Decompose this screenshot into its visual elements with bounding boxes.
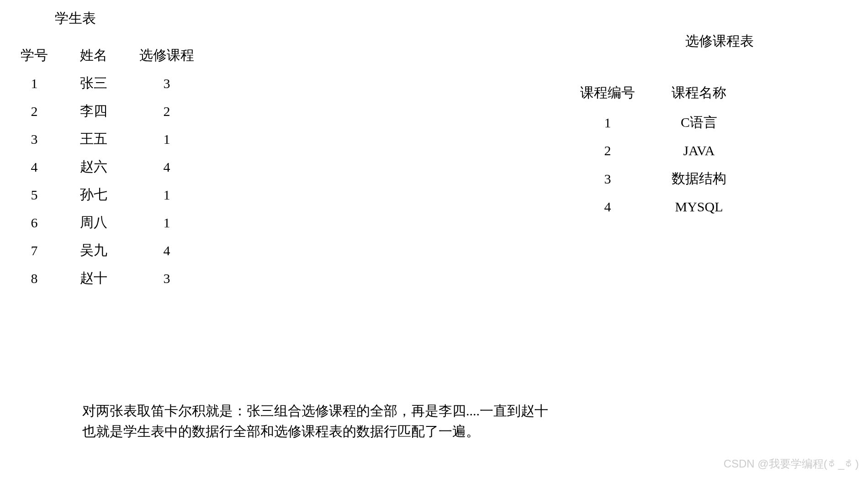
course-table-body: 1 C语言 2 JAVA 3 数据结构 4 MYSQL	[562, 108, 745, 220]
student-name-cell: 王五	[64, 125, 123, 153]
explanation-text: 对两张表取笛卡尔积就是：张三组合选修课程的全部，再是李四....一直到赵十 也就…	[82, 400, 548, 441]
student-course-cell: 3	[123, 264, 210, 292]
student-course-cell: 4	[123, 153, 210, 181]
header-course-name: 课程名称	[653, 78, 745, 108]
course-name-cell: JAVA	[653, 137, 745, 164]
student-id-cell: 7	[5, 236, 64, 264]
table-row: 3 数据结构	[562, 164, 745, 194]
header-student-id: 学号	[5, 42, 64, 69]
student-course-cell: 1	[123, 209, 210, 236]
student-name-cell: 孙七	[64, 181, 123, 209]
student-id-cell: 3	[5, 125, 64, 153]
table-header-row: 课程编号 课程名称	[562, 78, 745, 108]
table-header-row: 学号 姓名 选修课程	[5, 42, 210, 69]
student-course-cell: 1	[123, 125, 210, 153]
table-row: 2 JAVA	[562, 137, 745, 164]
course-name-cell: MYSQL	[653, 194, 745, 220]
student-table: 学号 姓名 选修课程 1 张三 3 2 李四 2 3 王五	[5, 42, 210, 292]
student-table-body: 1 张三 3 2 李四 2 3 王五 1 4 赵六 4	[5, 69, 210, 292]
student-id-cell: 6	[5, 209, 64, 236]
table-row: 2 李四 2	[5, 97, 210, 125]
table-row: 4 MYSQL	[562, 194, 745, 220]
student-name-cell: 赵十	[64, 264, 123, 292]
course-table-title: 选修课程表	[480, 32, 868, 51]
student-id-cell: 1	[5, 69, 64, 97]
table-row: 7 吴九 4	[5, 236, 210, 264]
student-name-cell: 吴九	[64, 236, 123, 264]
student-id-cell: 2	[5, 97, 64, 125]
student-table-title: 学生表	[5, 9, 434, 28]
course-id-cell: 4	[562, 194, 653, 220]
course-table-section: 选修课程表 课程编号 课程名称 1 C语言 2 JAVA 3	[434, 9, 868, 292]
course-name-cell: 数据结构	[653, 164, 745, 194]
student-name-cell: 赵六	[64, 153, 123, 181]
header-course-id: 课程编号	[562, 78, 653, 108]
student-table-section: 学生表 学号 姓名 选修课程 1 张三 3 2 李四 2	[0, 9, 434, 292]
student-name-cell: 李四	[64, 97, 123, 125]
table-row: 4 赵六 4	[5, 153, 210, 181]
header-student-name: 姓名	[64, 42, 123, 69]
student-name-cell: 张三	[64, 69, 123, 97]
table-row: 6 周八 1	[5, 209, 210, 236]
student-course-cell: 4	[123, 236, 210, 264]
explanation-line-1: 对两张表取笛卡尔积就是：张三组合选修课程的全部，再是李四....一直到赵十	[82, 400, 548, 421]
table-row: 5 孙七 1	[5, 181, 210, 209]
course-id-cell: 1	[562, 108, 653, 137]
table-row: 3 王五 1	[5, 125, 210, 153]
student-name-cell: 周八	[64, 209, 123, 236]
student-course-cell: 2	[123, 97, 210, 125]
student-course-cell: 3	[123, 69, 210, 97]
student-id-cell: 5	[5, 181, 64, 209]
course-id-cell: 3	[562, 164, 653, 194]
course-id-cell: 2	[562, 137, 653, 164]
course-name-cell: C语言	[653, 108, 745, 137]
student-id-cell: 8	[5, 264, 64, 292]
student-course-cell: 1	[123, 181, 210, 209]
course-table: 课程编号 课程名称 1 C语言 2 JAVA 3 数据结构 4	[562, 78, 745, 220]
student-id-cell: 4	[5, 153, 64, 181]
table-row: 1 张三 3	[5, 69, 210, 97]
table-row: 8 赵十 3	[5, 264, 210, 292]
watermark-text: CSDN @我要学编程(ಥ_ಥ)	[724, 457, 859, 471]
header-student-course: 选修课程	[123, 42, 210, 69]
table-row: 1 C语言	[562, 108, 745, 137]
explanation-line-2: 也就是学生表中的数据行全部和选修课程表的数据行匹配了一遍。	[82, 421, 548, 441]
